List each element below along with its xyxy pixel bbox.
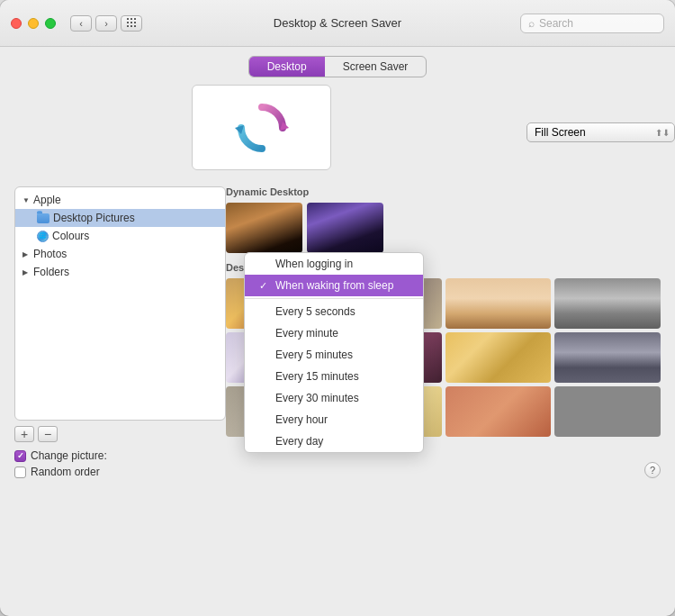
grid-icon: [127, 18, 137, 28]
window-title: Desktop & Screen Saver: [274, 16, 401, 30]
change-picture-row: Change picture:: [14, 449, 226, 462]
fill-screen-select[interactable]: Fill Screen: [526, 122, 675, 142]
sidebar-item-folders[interactable]: ▶ Folders: [15, 263, 225, 281]
change-picture-label: Change picture:: [31, 449, 107, 462]
desktop-thumb-7[interactable]: [446, 332, 552, 383]
content-area: ▼ Apple Desktop Pictures 🌐 Colours: [0, 186, 675, 478]
preview-row: Fill Screen ⬆⬇: [0, 85, 675, 179]
desktop-thumb-12[interactable]: [554, 386, 661, 437]
search-icon: ⌕: [528, 17, 535, 30]
sidebar: ▼ Apple Desktop Pictures 🌐 Colours: [14, 186, 226, 421]
dropdown-divider: [245, 298, 423, 299]
dropdown-item-3[interactable]: Every minute: [245, 322, 423, 344]
dynamic-desktop-grid: [226, 203, 661, 253]
search-box[interactable]: ⌕ Search: [520, 14, 664, 33]
random-order-row: Random order: [14, 466, 226, 478]
sidebar-item-colours[interactable]: 🌐 Colours: [15, 227, 225, 245]
search-input[interactable]: Search: [539, 17, 573, 30]
titlebar: ‹ › Desktop & Screen Saver ⌕ Search: [0, 0, 675, 47]
dropdown-item-1[interactable]: ✓ When waking from sleep: [245, 275, 423, 296]
dropdown-item-7[interactable]: Every hour: [245, 409, 423, 430]
close-button[interactable]: [11, 18, 22, 29]
tab-group: Desktop Screen Saver: [248, 56, 428, 77]
bottom-controls: Change picture: Random order: [14, 449, 226, 478]
desktop-thumb-11[interactable]: [446, 386, 552, 437]
desktop-thumb-8[interactable]: [554, 332, 661, 383]
desktop-thumb-3[interactable]: [446, 278, 552, 329]
dropdown-item-8[interactable]: Every day: [245, 430, 423, 452]
sidebar-footer: + −: [14, 426, 226, 442]
fill-screen-wrapper: Fill Screen ⬆⬇: [526, 122, 675, 142]
dropdown-item-5[interactable]: Every 15 minutes: [245, 366, 423, 387]
dropdown-item-6[interactable]: Every 30 minutes: [245, 387, 423, 409]
dropdown-item-2[interactable]: Every 5 seconds: [245, 301, 423, 322]
right-panel: Dynamic Desktop Desktop Pictures: [226, 186, 661, 478]
dynamic-desktop-section: Dynamic Desktop: [226, 186, 661, 253]
sidebar-item-photos[interactable]: ▶ Photos: [15, 245, 225, 263]
triangle-icon-folders: ▶: [22, 268, 30, 276]
fill-screen-select-wrapper: Fill Screen ⬆⬇: [526, 122, 675, 142]
random-order-label: Random order: [31, 466, 100, 478]
dynamic-thumb-2[interactable]: [307, 203, 383, 253]
left-panel: ▼ Apple Desktop Pictures 🌐 Colours: [14, 186, 226, 478]
traffic-lights: [11, 18, 56, 29]
dropdown-item-4[interactable]: Every 5 minutes: [245, 344, 423, 366]
main-window: ‹ › Desktop & Screen Saver ⌕ Search Desk…: [0, 0, 675, 616]
add-button[interactable]: +: [14, 426, 34, 442]
globe-icon: 🌐: [37, 231, 49, 242]
nav-buttons: ‹ ›: [70, 15, 117, 32]
tab-screen-saver[interactable]: Screen Saver: [325, 57, 427, 77]
desktop-thumb-4[interactable]: [554, 278, 661, 329]
preview-image: [230, 96, 293, 159]
help-button[interactable]: ?: [644, 462, 661, 478]
random-order-checkbox[interactable]: [14, 467, 26, 478]
tabs-container: Desktop Screen Saver: [0, 47, 675, 85]
change-picture-checkbox[interactable]: [14, 450, 26, 462]
tab-desktop[interactable]: Desktop: [249, 57, 325, 77]
dynamic-thumb-1[interactable]: [226, 203, 302, 253]
minimize-button[interactable]: [28, 18, 39, 29]
triangle-icon-photos: ▶: [22, 250, 30, 258]
forward-button[interactable]: ›: [95, 15, 117, 32]
dropdown-menu: When logging in ✓ When waking from sleep…: [244, 252, 424, 453]
triangle-icon: ▼: [22, 196, 30, 204]
sidebar-item-desktop-pictures[interactable]: Desktop Pictures: [15, 209, 225, 227]
preview-area: [192, 85, 331, 170]
folder-icon: [37, 213, 50, 223]
sidebar-apple-header[interactable]: ▼ Apple: [15, 191, 225, 209]
dynamic-desktop-title: Dynamic Desktop: [226, 186, 661, 197]
back-button[interactable]: ‹: [70, 15, 92, 32]
remove-button[interactable]: −: [38, 426, 58, 442]
dropdown-item-0[interactable]: When logging in: [245, 253, 423, 275]
grid-view-button[interactable]: [121, 15, 142, 32]
maximize-button[interactable]: [45, 18, 56, 29]
